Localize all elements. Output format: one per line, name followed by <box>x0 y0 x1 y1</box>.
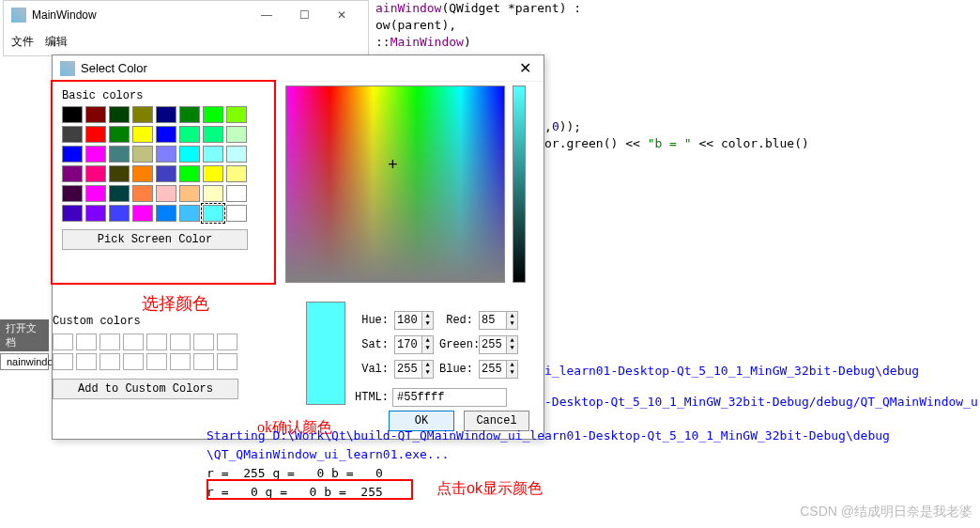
custom-swatch[interactable] <box>76 334 97 350</box>
val-label: Val: <box>355 363 390 376</box>
hue-sat-picker[interactable]: + <box>285 85 505 283</box>
custom-swatch[interactable] <box>146 353 167 370</box>
hue-input[interactable] <box>394 311 422 330</box>
custom-swatch[interactable] <box>193 334 214 350</box>
red-label: Red: <box>439 314 475 327</box>
mainwin-titlebar[interactable]: MainWindow — ☐ ✕ <box>4 1 368 29</box>
html-label: HTML: <box>355 391 389 404</box>
console-line-3: Starting D:\Work\Qt\build-QT_QMainWindow… <box>207 427 890 445</box>
red-input[interactable] <box>479 311 507 330</box>
value-slider[interactable] <box>513 85 526 283</box>
mainwin-title: MainWindow <box>32 8 248 22</box>
custom-swatch[interactable] <box>146 334 167 350</box>
blue-spinner[interactable]: ▲▼ <box>507 360 518 379</box>
app-icon <box>11 8 26 23</box>
minimize-button[interactable]: — <box>248 8 285 22</box>
val-input[interactable] <box>394 360 422 379</box>
green-spinner[interactable]: ▲▼ <box>507 335 518 354</box>
custom-colors-label: Custom colors <box>53 315 141 328</box>
menu-edit[interactable]: 编辑 <box>45 34 68 50</box>
color-values: Hue: ▲▼ Red: ▲▼ Sat: ▲▼ Green: ▲▼ Val: ▲… <box>355 311 520 379</box>
sat-spinner[interactable]: ▲▼ <box>422 335 434 354</box>
hue-label: Hue: <box>355 314 390 327</box>
dialog-titlebar[interactable]: Select Color ✕ <box>53 55 544 82</box>
maximize-button[interactable]: ☐ <box>285 8 323 22</box>
console-line-2: -Desktop-Qt_5_10_1_MinGW_32bit-Debug/deb… <box>544 393 978 412</box>
custom-swatch[interactable] <box>123 334 144 350</box>
sat-label: Sat: <box>355 338 390 351</box>
left-tabs: 打开文档 nainwindo <box>0 319 49 372</box>
red-spinner[interactable]: ▲▼ <box>507 311 518 330</box>
blue-label: Blue: <box>439 363 475 376</box>
custom-swatch[interactable] <box>170 353 191 370</box>
hue-spinner[interactable]: ▲▼ <box>422 311 434 330</box>
annotation-box-output <box>207 479 413 500</box>
val-spinner[interactable]: ▲▼ <box>422 360 434 379</box>
close-button[interactable]: ✕ <box>323 8 360 22</box>
menu-file[interactable]: 文件 <box>11 34 34 50</box>
green-input[interactable] <box>479 335 507 354</box>
custom-swatch[interactable] <box>123 353 144 370</box>
dialog-icon <box>60 61 75 76</box>
html-input[interactable] <box>392 388 507 407</box>
custom-swatch[interactable] <box>76 353 97 370</box>
blue-input[interactable] <box>479 360 507 379</box>
custom-swatch[interactable] <box>53 353 73 370</box>
custom-swatch[interactable] <box>217 334 237 350</box>
color-dialog: Select Color ✕ Basic colors Pick Screen … <box>52 54 544 440</box>
sat-input[interactable] <box>394 335 422 354</box>
dialog-title: Select Color <box>81 61 513 75</box>
close-icon[interactable]: ✕ <box>513 59 536 77</box>
window-buttons: — ☐ ✕ <box>248 8 360 22</box>
crosshair-icon: + <box>388 160 398 171</box>
custom-swatch[interactable] <box>170 334 191 350</box>
watermark: CSDN @结成明日奈是我老婆 <box>800 504 972 520</box>
color-preview <box>306 302 345 405</box>
custom-swatch[interactable] <box>53 334 73 350</box>
annotation-select: 选择颜色 <box>142 292 209 315</box>
tab-open-doc[interactable]: 打开文档 <box>0 319 49 351</box>
annotation-box-basic <box>51 80 276 285</box>
menubar: 文件 编辑 <box>4 29 368 54</box>
main-window: MainWindow — ☐ ✕ 文件 编辑 <box>3 0 369 56</box>
custom-swatch[interactable] <box>100 353 120 370</box>
console-line-1: i_learn01-Desktop-Qt_5_10_1_MinGW_32bit-… <box>544 362 919 380</box>
annotation-click: 点击ok显示颜色 <box>436 479 543 499</box>
tab-mainwindow[interactable]: nainwindo <box>0 353 49 370</box>
custom-swatch[interactable] <box>100 334 120 350</box>
green-label: Green: <box>439 338 475 351</box>
console-line-4: \QT_QMainWindow_ui_learn01.exe... <box>207 445 449 464</box>
console-output: i_learn01-Desktop-Qt_5_10_1_MinGW_32bit-… <box>207 366 222 498</box>
custom-color-swatches <box>53 334 237 370</box>
